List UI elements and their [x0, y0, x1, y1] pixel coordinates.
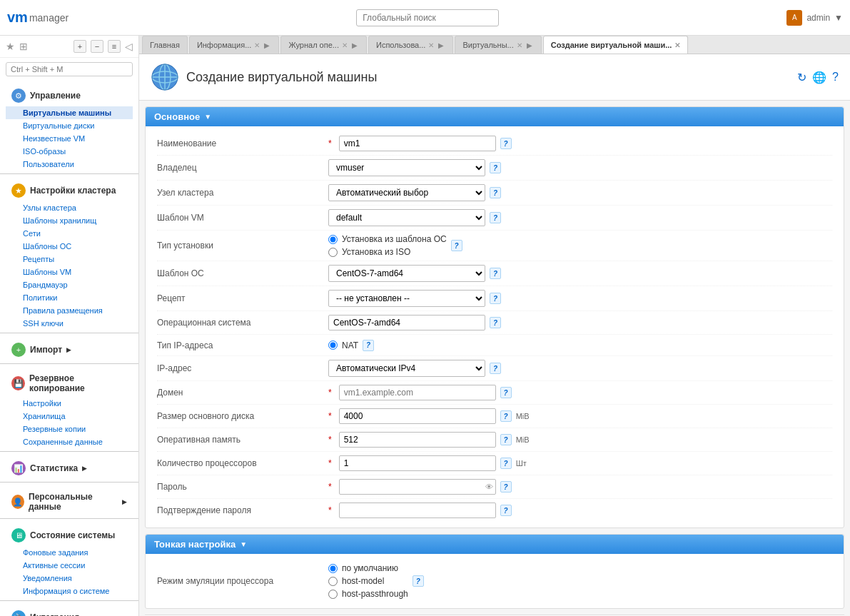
- more-btn[interactable]: ≡: [108, 40, 121, 53]
- sidebar-item-active-sessions[interactable]: Активные сессии: [6, 559, 133, 572]
- sidebar-section-manage-header[interactable]: ⚙ Управление: [6, 85, 133, 106]
- ip-addr-select[interactable]: Автоматически IPv4: [328, 360, 485, 377]
- sidebar-section-integration-header[interactable]: 🔌 Интеграция: [6, 607, 133, 616]
- sidebar-item-backup-settings[interactable]: Настройки: [6, 397, 133, 410]
- sidebar-item-firewall[interactable]: Брандмауэр: [6, 278, 133, 291]
- tab-create-vm-close[interactable]: ✕: [674, 41, 680, 49]
- owner-help-icon[interactable]: ?: [490, 162, 501, 173]
- cpu-emulation-help-icon[interactable]: ?: [413, 575, 424, 587]
- disk-size-help-icon[interactable]: ?: [500, 410, 512, 422]
- sidebar-section-stats-header[interactable]: 📊 Статистика ▶: [6, 458, 133, 479]
- sidebar-item-storage-templates[interactable]: Шаблоны хранилищ: [6, 214, 133, 227]
- help-icon[interactable]: ?: [832, 71, 839, 84]
- cluster-node-select[interactable]: Автоматический выбор: [328, 184, 485, 201]
- ip-type-radio[interactable]: [328, 340, 338, 350]
- sidebar-item-backup-copies[interactable]: Резервные копии: [6, 423, 133, 435]
- cpu-input[interactable]: [339, 455, 496, 471]
- install-from-iso-radio[interactable]: [328, 248, 338, 257]
- password-confirm-help-icon[interactable]: ?: [500, 505, 512, 516]
- refresh-icon[interactable]: ↻: [797, 71, 806, 84]
- owner-select[interactable]: vmuser: [328, 159, 485, 176]
- os-template-help-icon[interactable]: ?: [490, 268, 501, 279]
- ip-addr-help-icon[interactable]: ?: [490, 363, 501, 374]
- domain-input[interactable]: [339, 385, 496, 400]
- name-input[interactable]: [339, 136, 496, 151]
- disk-size-label: Размер основного диска: [157, 411, 328, 421]
- sidebar-item-iso[interactable]: ISO-образы: [6, 145, 133, 158]
- sidebar-item-os-templates[interactable]: Шаблоны ОС: [6, 240, 133, 253]
- cpu-emulation-default-radio[interactable]: [328, 564, 338, 573]
- cpu-help-icon[interactable]: ?: [500, 458, 512, 469]
- recipe-help-icon[interactable]: ?: [490, 293, 501, 304]
- sidebar-item-notifications[interactable]: Уведомления: [6, 572, 133, 585]
- sidebar-item-policies[interactable]: Политики: [6, 291, 133, 304]
- sidebar-item-cluster-nodes[interactable]: Узлы кластера: [6, 201, 133, 214]
- tab-usage-close[interactable]: ✕: [428, 41, 434, 49]
- install-type-help-icon[interactable]: ?: [451, 240, 462, 251]
- tab-journal-close[interactable]: ✕: [342, 41, 348, 49]
- sidebar-item-placement-rules[interactable]: Правила размещения: [6, 304, 133, 317]
- os-input[interactable]: [328, 315, 485, 330]
- vm-template-select[interactable]: default: [328, 209, 485, 226]
- tab-info[interactable]: Информация... ✕ ▶: [189, 36, 280, 54]
- minus-btn[interactable]: −: [91, 40, 103, 53]
- sidebar-section-system-header[interactable]: 🖥 Состояние системы: [6, 525, 133, 546]
- globe-icon[interactable]: 🌐: [812, 71, 826, 84]
- copy-icon[interactable]: ⊞: [19, 41, 28, 52]
- os-help-icon[interactable]: ?: [490, 317, 501, 328]
- password-help-icon[interactable]: ?: [500, 481, 512, 493]
- sidebar-section-cluster-header[interactable]: ★ Настройки кластера: [6, 180, 133, 201]
- tab-info-close[interactable]: ✕: [254, 41, 260, 49]
- tab-journal-label: Журнал опе...: [288, 41, 339, 49]
- sidebar-item-users[interactable]: Пользователи: [6, 158, 133, 171]
- sidebar-item-vm-templates[interactable]: Шаблоны VM: [6, 266, 133, 278]
- install-from-template-radio[interactable]: [328, 235, 338, 244]
- admin-icon: A: [786, 10, 802, 26]
- name-help-icon[interactable]: ?: [500, 138, 512, 149]
- form-row-vm-template: Шаблон VM default ?: [157, 206, 832, 231]
- add-btn[interactable]: +: [74, 40, 86, 53]
- star-icon[interactable]: ★: [6, 41, 15, 52]
- ip-type-help-icon[interactable]: ?: [363, 340, 374, 351]
- sidebar-item-unknown-vm[interactable]: Неизвестные VM: [6, 132, 133, 145]
- sidebar-item-vdisks[interactable]: Виртуальные диски: [6, 119, 133, 132]
- tab-create-vm[interactable]: Создание виртуальной маши... ✕: [543, 36, 689, 54]
- password-input[interactable]: [339, 479, 496, 495]
- vm-template-help-icon[interactable]: ?: [490, 212, 501, 223]
- sidebar-item-vms[interactable]: Виртуальные машины: [6, 106, 133, 119]
- sidebar-item-recipes[interactable]: Рецепты: [6, 253, 133, 266]
- cluster-node-help-icon[interactable]: ?: [490, 187, 501, 198]
- tab-virtual-close[interactable]: ✕: [517, 41, 522, 49]
- password-eye-icon[interactable]: 👁: [485, 483, 493, 491]
- global-search-input[interactable]: [356, 9, 499, 26]
- recipe-select[interactable]: -- не установлен --: [328, 290, 485, 307]
- sidebar-section-backup-header[interactable]: 💾 Резервное копирование: [6, 370, 133, 397]
- sidebar-item-backup-saved[interactable]: Сохраненные данные: [6, 435, 133, 448]
- cpu-emulation-host-model-radio[interactable]: [328, 577, 338, 586]
- sidebar-item-bg-tasks[interactable]: Фоновые задания: [6, 546, 133, 559]
- form-section-basic-header[interactable]: Основное ▼: [146, 107, 844, 126]
- password-confirm-input[interactable]: [339, 503, 496, 518]
- os-template-select[interactable]: CentOS-7-amd64: [328, 265, 485, 282]
- tab-usage[interactable]: Использова... ✕ ▶: [368, 36, 453, 54]
- tab-home[interactable]: Главная: [142, 36, 188, 54]
- sidebar-section-backup: 💾 Резервное копирование Настройки Хранил…: [0, 365, 138, 450]
- sidebar-section-import-header[interactable]: + Импорт ▶: [6, 339, 133, 360]
- cpu-emulation-default-row: по умолчанию: [328, 563, 408, 573]
- sidebar-item-networks[interactable]: Сети: [6, 227, 133, 240]
- sidebar-item-ssh-keys[interactable]: SSH ключи: [6, 317, 133, 330]
- sidebar-item-backup-storage[interactable]: Хранилища: [6, 410, 133, 423]
- tab-journal[interactable]: Журнал опе... ✕ ▶: [280, 36, 367, 54]
- collapse-icon[interactable]: ◁: [125, 41, 133, 52]
- domain-help-icon[interactable]: ?: [500, 387, 512, 398]
- form-section-fine-header[interactable]: Тонкая настройка ▼: [146, 535, 844, 554]
- disk-size-input[interactable]: [339, 408, 496, 424]
- ram-input[interactable]: [339, 432, 496, 448]
- ram-help-icon[interactable]: ?: [500, 434, 512, 445]
- sidebar-item-system-info[interactable]: Информация о системе: [6, 585, 133, 597]
- tab-virtual[interactable]: Виртуальны... ✕ ▶: [455, 36, 541, 54]
- admin-menu[interactable]: A admin ▼: [786, 10, 843, 26]
- cpu-emulation-host-passthrough-radio[interactable]: [328, 590, 338, 599]
- sidebar-section-personal-header[interactable]: 👤 Персональные данные ▶: [6, 488, 133, 515]
- sidebar-search-input[interactable]: [6, 62, 133, 76]
